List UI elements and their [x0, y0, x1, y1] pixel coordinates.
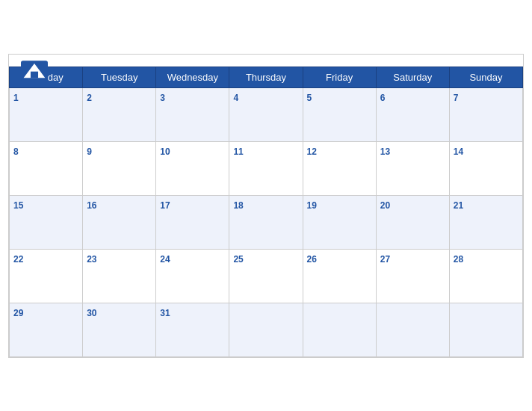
- calendar-day-cell: 7: [449, 87, 522, 141]
- calendar-week-row: 293031: [10, 303, 523, 356]
- day-number: 14: [454, 146, 463, 157]
- calendar-day-cell: 8: [10, 141, 83, 195]
- calendar-day-cell: 26: [303, 249, 376, 303]
- calendar-day-cell: 24: [156, 249, 229, 303]
- calendar-day-cell: 6: [376, 87, 449, 141]
- day-number: 23: [87, 254, 96, 265]
- calendar-day-cell: 29: [10, 303, 83, 356]
- logo-area: [21, 61, 48, 81]
- calendar-week-row: 22232425262728: [10, 249, 523, 303]
- calendar-header: [9, 55, 523, 67]
- day-number: 26: [307, 254, 317, 265]
- calendar-week-row: 1234567: [10, 87, 523, 141]
- calendar-day-cell: 3: [156, 87, 229, 141]
- calendar-day-cell: 28: [449, 249, 522, 303]
- calendar-day-cell: [229, 303, 303, 356]
- calendar-day-cell: 18: [229, 195, 303, 249]
- calendar-day-cell: 17: [156, 195, 229, 249]
- day-number: 20: [380, 200, 390, 211]
- calendar-day-cell: 4: [229, 87, 303, 141]
- calendar-day-cell: 16: [83, 195, 156, 249]
- calendar-day-cell: 22: [10, 249, 83, 303]
- calendar-day-cell: 11: [229, 141, 303, 195]
- calendar-day-cell: 2: [83, 87, 156, 141]
- calendar-day-cell: 21: [449, 195, 522, 249]
- day-number: 30: [87, 308, 96, 318]
- calendar-day-cell: 9: [83, 141, 156, 195]
- calendar-container: MondayTuesdayWednesdayThursdayFridaySatu…: [8, 54, 524, 358]
- calendar-day-cell: 27: [376, 249, 449, 303]
- calendar-day-cell: 13: [376, 141, 449, 195]
- day-number: 17: [160, 200, 170, 211]
- day-number: 1: [13, 93, 19, 103]
- day-number: 6: [380, 93, 386, 103]
- day-number: 25: [233, 254, 243, 265]
- calendar-day-cell: [449, 303, 522, 356]
- calendar-day-cell: 1: [10, 87, 83, 141]
- day-number: 13: [380, 146, 390, 157]
- calendar-day-cell: 5: [303, 87, 376, 141]
- svg-rect-2: [31, 71, 38, 78]
- weekday-header-row: MondayTuesdayWednesdayThursdayFridaySatu…: [10, 67, 523, 87]
- calendar-thead: MondayTuesdayWednesdayThursdayFridaySatu…: [10, 67, 523, 87]
- calendar-day-cell: 30: [83, 303, 156, 356]
- day-number: 15: [13, 200, 23, 211]
- calendar-day-cell: 15: [10, 195, 83, 249]
- day-number: 7: [454, 93, 459, 103]
- calendar-day-cell: 14: [449, 141, 522, 195]
- calendar-day-cell: 19: [303, 195, 376, 249]
- day-number: 21: [454, 200, 463, 211]
- day-number: 28: [454, 254, 463, 265]
- day-number: 18: [233, 200, 243, 211]
- weekday-header-tuesday: Tuesday: [83, 67, 156, 87]
- weekday-header-saturday: Saturday: [376, 67, 449, 87]
- weekday-header-wednesday: Wednesday: [156, 67, 229, 87]
- day-number: 4: [233, 93, 238, 103]
- calendar-tbody: 1234567891011121314151617181920212223242…: [10, 87, 523, 356]
- calendar-day-cell: 23: [83, 249, 156, 303]
- day-number: 19: [307, 200, 317, 211]
- weekday-header-thursday: Thursday: [229, 67, 303, 87]
- calendar-day-cell: [376, 303, 449, 356]
- day-number: 10: [160, 146, 170, 157]
- day-number: 11: [233, 146, 243, 157]
- day-number: 2: [87, 93, 92, 103]
- generalblue-logo-icon: [21, 61, 48, 81]
- day-number: 24: [160, 254, 170, 265]
- calendar-week-row: 891011121314: [10, 141, 523, 195]
- calendar-day-cell: 20: [376, 195, 449, 249]
- day-number: 31: [160, 308, 170, 318]
- weekday-header-sunday: Sunday: [449, 67, 522, 87]
- calendar-day-cell: 25: [229, 249, 303, 303]
- day-number: 9: [87, 146, 92, 157]
- calendar-day-cell: 10: [156, 141, 229, 195]
- day-number: 16: [87, 200, 96, 211]
- day-number: 29: [13, 308, 23, 318]
- day-number: 27: [380, 254, 390, 265]
- weekday-header-friday: Friday: [303, 67, 376, 87]
- day-number: 22: [13, 254, 23, 265]
- day-number: 3: [160, 93, 165, 103]
- day-number: 12: [307, 146, 317, 157]
- calendar-table: MondayTuesdayWednesdayThursdayFridaySatu…: [9, 67, 523, 357]
- calendar-day-cell: 31: [156, 303, 229, 356]
- calendar-week-row: 15161718192021: [10, 195, 523, 249]
- day-number: 5: [307, 93, 312, 103]
- day-number: 8: [13, 146, 19, 157]
- calendar-day-cell: [303, 303, 376, 356]
- calendar-day-cell: 12: [303, 141, 376, 195]
